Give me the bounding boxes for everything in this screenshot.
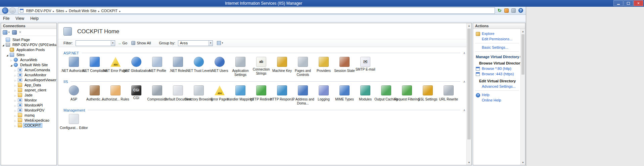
tree-expander-icon[interactable]: ▷ — [14, 113, 18, 118]
tree-expander-icon[interactable]: ◢ — [2, 43, 6, 47]
filter-input[interactable]: ▾ — [76, 40, 115, 46]
tree-expander-icon[interactable]: ▷ — [14, 108, 18, 113]
folder-icon — [18, 93, 22, 97]
action-browse-80-http[interactable]: Browse *:80 (http) — [474, 66, 520, 71]
tree-item-aspnet-client[interactable]: ▷aspnet_client — [1, 88, 56, 93]
tree-item-start-page[interactable]: Start Page — [1, 37, 56, 42]
scroll-up-icon[interactable]: ▲ — [521, 29, 525, 34]
breadcrumb-item-cockpit[interactable]: COCKPIT — [100, 9, 119, 13]
tree-item-application-pools[interactable]: Application Pools — [1, 47, 56, 52]
tree-item-monitor[interactable]: ▷Monitor — [1, 98, 56, 103]
tree-item-app-data[interactable]: ▷App_Data — [1, 83, 56, 88]
tree-item-msmq[interactable]: ▷msmq — [1, 113, 56, 118]
feature-configuration-editor[interactable]: Configurat... Editor — [63, 114, 84, 134]
connection-dropdown-icon[interactable]: ▾ — [8, 31, 10, 34]
menu-file[interactable]: File — [0, 15, 12, 22]
scrollbar-thumb[interactable] — [467, 29, 471, 139]
create-connection-icon[interactable] — [3, 30, 7, 35]
action-label: Browse :443 (https) — [482, 72, 514, 76]
tree-item-rbp-dev-pdv-sp01-eduardo[interactable]: ◢RBP-DEV-PDV (SP01\eduardo — [1, 42, 56, 47]
action-help[interactable]: ?Help — [474, 92, 520, 97]
feature-smtp-email[interactable]: ✉SMTP E-mail — [355, 57, 376, 77]
tree-expander-icon[interactable]: ▷ — [14, 93, 18, 98]
actions-group-manage-virtual-directory[interactable]: Manage Virtual Directory∧ — [476, 55, 519, 59]
view-mode-button[interactable]: ▾ — [217, 41, 223, 45]
tree-item-acruxweb[interactable]: ▷AcruxWeb — [1, 57, 56, 63]
scrollbar-thumb[interactable] — [521, 34, 524, 75]
close-button[interactable]: × — [634, 0, 643, 6]
delete-connection-icon[interactable]: × — [19, 30, 21, 35]
tree-item-acruxmonitor[interactable]: ▷AcruxMonitor — [1, 73, 56, 78]
tree-item-default-web-site[interactable]: ◢Default Web Site — [1, 63, 56, 68]
refresh-icon[interactable]: ↻ — [498, 8, 502, 13]
maximize-button[interactable] — [624, 0, 633, 6]
help-icon[interactable]: ? — [518, 8, 523, 13]
collapse-icon[interactable]: ∧ — [463, 51, 465, 55]
forward-button[interactable]: → — [9, 7, 16, 14]
breadcrumb-separator-icon[interactable]: ▸ — [52, 10, 55, 13]
action-online-help[interactable]: Online Help — [474, 97, 520, 103]
group-by-dropdown-icon[interactable]: ▾ — [209, 41, 213, 46]
tree-item-acruxcomanda[interactable]: ▷AcruxComanda — [1, 68, 56, 73]
show-all-button[interactable]: Show All — [131, 41, 151, 45]
tree-item-jade[interactable]: ▷Jade — [1, 93, 56, 98]
back-button[interactable]: ← — [2, 7, 8, 14]
tree-item-webexpedicao[interactable]: ▷WebExpedicao — [1, 118, 56, 123]
tree-expander-icon[interactable]: ▷ — [14, 73, 18, 78]
tree-expander-icon[interactable]: ▷ — [14, 118, 18, 123]
tree-expander-icon[interactable]: ◢ — [6, 53, 10, 57]
minimize-button[interactable] — [613, 0, 623, 6]
actions-group-label: Manage Virtual Directory — [476, 55, 519, 59]
tree-expander-icon[interactable]: ▷ — [14, 83, 18, 88]
section-header-management: Management∧ — [63, 107, 466, 113]
site-icon — [14, 58, 18, 62]
group-by-select[interactable]: Area▾ — [178, 40, 213, 46]
collapse-icon[interactable]: ∧ — [463, 109, 465, 112]
menu-help[interactable]: Help — [27, 15, 42, 22]
tree-item-acruxreportviewer[interactable]: ▷AcruxReportViewer — [1, 78, 56, 83]
feature-url-rewrite[interactable]: URL Rewrite — [438, 85, 459, 106]
action-browse-443-https[interactable]: Browse :443 (https) — [474, 71, 520, 77]
action-explore[interactable]: Explore — [474, 31, 520, 36]
tree-expander-icon[interactable]: ▷ — [14, 88, 18, 93]
action-edit-permissions[interactable]: Edit Permissions... — [474, 36, 520, 42]
tree-expander-icon[interactable]: ▷ — [14, 103, 18, 108]
scroll-down-icon[interactable]: ▼ — [521, 160, 525, 165]
breadcrumb-item-default-web-site[interactable]: Default Web Site — [68, 9, 97, 13]
net-profile-icon — [152, 57, 162, 67]
tree-expander-icon[interactable]: ▷ — [14, 68, 18, 73]
breadcrumb-separator-icon[interactable]: ▸ — [119, 10, 121, 13]
tree-item-monitorpdv[interactable]: ▷MonitorPDV — [1, 108, 56, 113]
tree-item-label: MonitorAPI — [24, 103, 44, 107]
filter-dropdown-icon[interactable]: ▾ — [111, 41, 115, 46]
menu-view[interactable]: View — [12, 15, 27, 22]
main-pane: COCKPIT Home Filter: ▾ →Go Show All Grou… — [58, 23, 472, 165]
tree-expander-icon[interactable]: ◢ — [10, 63, 14, 68]
scroll-down-icon[interactable]: ▼ — [467, 160, 471, 165]
stop-icon[interactable] — [504, 8, 509, 13]
tree-expander-icon[interactable]: ▷ — [10, 58, 14, 63]
tree-item-monitorapi[interactable]: ▷MonitorAPI — [1, 103, 56, 108]
scroll-up-icon[interactable]: ▲ — [467, 23, 471, 28]
breadcrumb-item-sites[interactable]: Sites — [55, 9, 65, 13]
layers-icon[interactable] — [511, 8, 516, 13]
save-connections-icon[interactable] — [12, 30, 17, 35]
tree-item-sites[interactable]: ◢Sites — [1, 52, 56, 57]
folder-icon — [18, 83, 22, 87]
collapse-icon[interactable]: ∧ — [463, 80, 465, 83]
action-basic-settings[interactable]: Basic Settings... — [474, 45, 520, 50]
action-advanced-settings[interactable]: Advanced Settings... — [474, 84, 520, 89]
ssl-settings-icon — [423, 85, 433, 95]
tree-expander-icon[interactable]: ▷ — [14, 78, 18, 83]
go-button[interactable]: →Go — [118, 41, 128, 45]
tree-expander-icon[interactable]: ▷ — [14, 123, 18, 128]
breadcrumb-separator-icon[interactable]: ▸ — [65, 10, 68, 13]
main-scrollbar[interactable]: ▲ ▼ — [466, 23, 471, 165]
browse-icon — [476, 72, 480, 76]
tree-item-label: AcruxComanda — [24, 68, 51, 72]
breadcrumb-item-rbp-dev-pdv[interactable]: RBP-DEV-PDV — [25, 9, 52, 13]
tree-item-cockpit[interactable]: ▷COCKPIT — [1, 123, 56, 128]
actions-scrollbar[interactable]: ▲ ▼ — [520, 29, 525, 165]
tree-expander-icon[interactable]: ▷ — [14, 98, 18, 103]
breadcrumb[interactable]: RBP-DEV-PDV▸Sites▸Default Web Site▸COCKP… — [18, 7, 495, 14]
